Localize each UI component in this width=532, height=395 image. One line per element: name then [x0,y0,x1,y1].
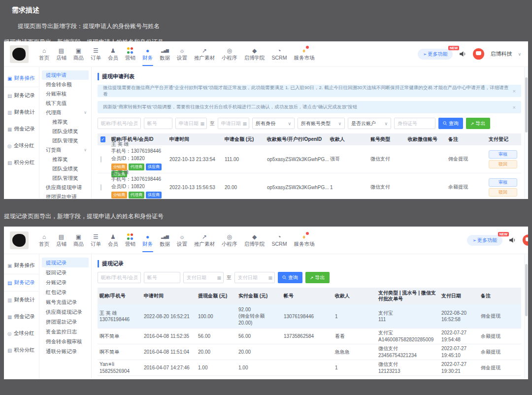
audit-button[interactable]: 审核 [489,150,517,159]
menu-item[interactable]: 团队业绩奖 [39,127,91,136]
nav-item-data[interactable]: ▂▄▆数据 [156,47,173,62]
scrollbar-thumb[interactable] [525,77,528,132]
menu-item[interactable]: 推荐奖 [39,155,91,164]
sidebar-item-finance-stats[interactable]: ▥财务统计 [4,292,39,308]
select-all-checkbox[interactable]: ✓ [100,136,105,142]
nav-item-marketing[interactable]: 营销 [122,47,139,62]
menu-item[interactable]: 佣金转余额审核 [39,336,91,346]
sidebar-item-finance-records[interactable]: ▤财务记录 [4,274,39,292]
sidebar-item-points-dividend[interactable]: ▧积分分红 [4,342,39,359]
export-button[interactable]: ↗导出 [466,118,490,129]
sidebar-item-finance-records[interactable]: ▤财务记录 [4,87,39,104]
reject-button[interactable]: 驳回 [489,160,517,168]
identity-select[interactable]: 所有身份∨ [252,118,295,129]
nav-item-settings[interactable]: ☼设置 [173,47,191,62]
menu-item[interactable]: 拼团退款申请 [39,192,91,198]
nav-item-orders[interactable]: ☰订单 [87,233,104,248]
menu-group-orderer[interactable]: 订货商∨ [39,145,91,155]
cloud-account-select[interactable]: 是否云账户∨ [348,118,391,129]
more-features-button[interactable]: ➢更多功能NEW [418,49,453,60]
apply-date-end[interactable]: ▦ [218,118,249,129]
menu-item[interactable]: 线下充值 [39,99,91,108]
nav-item-shop[interactable]: ▤店铺 [53,47,70,62]
apply-date-start[interactable]: ▦ [175,118,207,129]
nav-item-orders[interactable]: ☰订单 [87,47,104,62]
search-button[interactable]: 查询 [278,272,302,283]
menu-item[interactable]: 团队业绩奖 [39,164,91,173]
menu-item[interactable]: 驳回记录 [39,267,91,277]
pay-date-end[interactable]: ▦ [234,272,275,283]
nav-item-promo-material[interactable]: ↗推广素材 [191,47,218,62]
menu-item[interactable]: 账号充值记录 [39,297,91,307]
account-type-select[interactable]: 所有账号类型∨ [298,118,345,129]
more-features-button[interactable]: ➢更多功能NEW [467,235,502,246]
keyword-input[interactable] [98,118,141,129]
scrollbar-thumb[interactable] [525,264,528,316]
menu-item[interactable]: 拼团退款记录 [39,317,91,327]
pay-date-start[interactable]: ▦ [183,272,224,283]
nav-item-finance[interactable]: ●财务 [139,233,156,248]
sidebar-item-global-dividend[interactable]: ◎全球分红 [4,325,39,342]
search-button[interactable]: 查询 [438,118,463,129]
company-avatar[interactable] [473,48,484,60]
nav-item-service-market[interactable]: ♦服务市场 [290,233,318,248]
sidebar-item-commission-records[interactable]: ▦佣金记录 [4,308,39,325]
nav-item-academy[interactable]: ◆启博学院 [241,47,268,62]
menu-item[interactable]: 分账审核 [39,89,91,99]
id-number-input[interactable] [394,118,435,129]
announcement-icon[interactable] [508,236,517,244]
reject-button[interactable]: 驳回 [489,188,517,197]
menu-item[interactable]: 推荐奖 [39,117,91,127]
account-input[interactable] [144,118,172,129]
nav-item-academy[interactable]: ◆启博学院 [241,233,268,248]
menu-item[interactable]: 团队管理奖 [39,173,91,183]
nav-item-finance[interactable]: ●财务 [139,47,156,62]
nav-item-members[interactable]: ♟会员 [104,233,122,248]
nav-item-home[interactable]: ⌂首页 [35,47,53,62]
account-input[interactable] [144,272,180,283]
menu-item[interactable]: 通联分账记录 [39,346,91,356]
menu-item[interactable]: 供应商提现记录 [39,307,91,317]
nav-item-goods[interactable]: ▣商品 [70,47,87,62]
audit-button[interactable]: 审核 [489,178,517,187]
nav-item-shop[interactable]: ▤店铺 [53,233,70,248]
sidebar-item-finance-operations[interactable]: ▣财务操作 [4,257,39,274]
sidebar-item-finance-stats[interactable]: ▥财务统计 [4,104,39,121]
company-avatar[interactable] [523,234,528,246]
sidebar-item-points-dividend[interactable]: ▧积分分红 [4,154,39,171]
nav-item-settings[interactable]: ☼设置 [173,233,191,248]
scrollbar[interactable] [524,254,528,379]
nav-item-members[interactable]: ♟会员 [104,47,122,62]
nav-item-data[interactable]: ▂▄▆数据 [156,233,173,248]
nav-item-scrm[interactable]: ◔SCRM [268,233,291,248]
menu-item-withdraw-records[interactable]: 提现记录 [42,258,89,267]
menu-group-agent[interactable]: 代理商∨ [39,108,91,117]
nav-item-miniprogram[interactable]: ◎小程序 [218,47,241,62]
menu-item[interactable]: 佣金转余额 [39,80,91,89]
row-checkbox[interactable] [100,184,101,191]
nav-item-scrm[interactable]: ◔SCRM [268,47,291,62]
nav-item-goods[interactable]: ▣商品 [70,233,87,248]
export-button[interactable]: ↗导出 [305,272,330,283]
close-icon[interactable]: × [513,88,516,94]
scrollbar[interactable] [524,67,528,198]
close-icon[interactable]: × [513,104,516,110]
nav-item-marketing[interactable]: 营销 [122,233,139,248]
nav-item-home[interactable]: ⌂首页 [35,233,53,248]
nav-item-promo-material[interactable]: ↗推广素材 [191,233,218,248]
menu-item[interactable]: 资金监控日志 [39,327,91,336]
menu-item[interactable]: 分账记录 [39,277,91,287]
nav-item-miniprogram[interactable]: ◎小程序 [218,233,241,248]
sidebar-item-finance-operations[interactable]: ▣财务操作 [4,70,39,87]
chevron-down-icon[interactable]: ∨ [518,52,521,57]
menu-item[interactable]: 团队管理奖 [39,136,91,145]
menu-item-withdraw-apply[interactable]: 提现申请 [42,70,89,80]
menu-item[interactable]: 供应商提现申请 [39,183,91,192]
sidebar-item-global-dividend[interactable]: ◎全球分红 [4,137,39,154]
menu-item[interactable]: 红包记录 [39,287,91,297]
announcement-icon[interactable] [459,50,467,58]
keyword-input[interactable] [98,272,141,283]
row-checkbox[interactable] [100,156,101,163]
nav-item-service-market[interactable]: ♦服务市场 [290,47,318,62]
sidebar-item-commission-records[interactable]: ▦佣金记录 [4,121,39,137]
